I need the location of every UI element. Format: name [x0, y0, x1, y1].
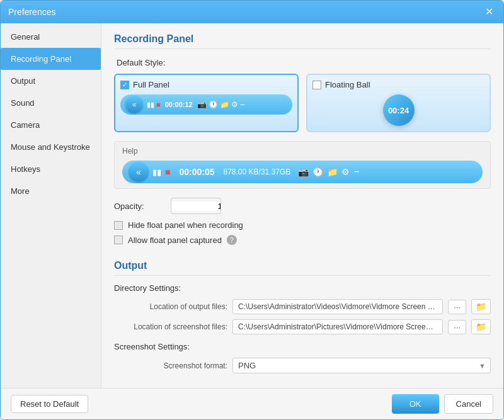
- help-time: 00:00:05: [179, 167, 214, 177]
- folder-icon-mini[interactable]: 📁: [220, 100, 229, 109]
- style-options: Full Panel « ▮▮ ■ 00:00:12 📷 🕐: [114, 74, 491, 132]
- dialog-body: General Recording Panel Output Sound Cam…: [1, 23, 503, 388]
- help-label: Help: [122, 147, 483, 156]
- hide-float-checkbox[interactable]: [114, 221, 123, 230]
- screenshot-files-path: C:\Users\Administrator\Pictures\Vidmore\…: [232, 319, 443, 334]
- sidebar-item-output[interactable]: Output: [1, 70, 101, 92]
- allow-float-help-icon[interactable]: ?: [227, 235, 237, 245]
- sidebar-item-general[interactable]: General: [1, 26, 101, 48]
- floating-ball-preview: 00:24: [312, 94, 484, 126]
- opacity-spinner[interactable]: ▲ ▼: [171, 198, 221, 214]
- clock-icon-help[interactable]: 🕐: [312, 167, 323, 177]
- mini-time: 00:00:12: [165, 101, 193, 108]
- allow-float-row: Allow float panel captured ?: [114, 235, 491, 245]
- hide-float-label: Hide float panel when recording: [128, 220, 243, 230]
- footer: Reset to Default OK Cancel: [1, 388, 503, 419]
- sidebar-item-camera[interactable]: Camera: [1, 114, 101, 136]
- sidebar-item-recording-panel[interactable]: Recording Panel: [1, 48, 101, 70]
- full-panel-label: Full Panel: [133, 80, 169, 89]
- sidebar-item-more[interactable]: More: [1, 180, 101, 202]
- output-files-label: Location of output files:: [114, 302, 227, 311]
- output-files-path: C:\Users\Administrator\Videos\Vidmore\Vi…: [232, 299, 443, 314]
- close-button[interactable]: ✕: [483, 4, 496, 20]
- main-scroll: Recording Panel Default Style: Full Pane…: [101, 23, 503, 388]
- clock-icon-mini[interactable]: 🕐: [209, 100, 218, 109]
- help-size: 878.00 KB/31.37GB: [224, 167, 291, 176]
- screenshot-format-label: Screenshot format:: [114, 361, 227, 370]
- full-panel-header: Full Panel: [120, 80, 292, 89]
- allow-float-label: Allow float panel captured: [128, 236, 222, 245]
- sidebar: General Recording Panel Output Sound Cam…: [1, 23, 101, 388]
- sidebar-item-sound[interactable]: Sound: [1, 92, 101, 114]
- section-title-recording: Recording Panel: [114, 33, 491, 49]
- opacity-label: Opacity:: [114, 201, 164, 211]
- screenshot-files-label: Location of screenshot files:: [114, 322, 227, 331]
- settings-icon-help[interactable]: ⚙: [341, 167, 350, 177]
- rewind-button-help[interactable]: «: [129, 162, 149, 182]
- pause-button-help[interactable]: ▮▮: [152, 167, 161, 177]
- full-panel-checkbox[interactable]: [120, 81, 129, 89]
- mini-controls: ▮▮ ■ 00:00:12 📷 🕐 📁 ⚙ −: [147, 99, 245, 110]
- opacity-input[interactable]: [171, 201, 221, 211]
- screenshot-format-wrapper: PNG JPG BMP GIF: [232, 358, 491, 373]
- floating-ball-checkbox[interactable]: [312, 81, 321, 89]
- ok-button[interactable]: OK: [392, 394, 439, 414]
- camera-icon-mini[interactable]: 📷: [197, 100, 207, 109]
- full-panel-card[interactable]: Full Panel « ▮▮ ■ 00:00:12 📷 🕐: [114, 74, 299, 132]
- main-content-wrapper: Recording Panel Default Style: Full Pane…: [101, 23, 503, 388]
- stop-button-mini[interactable]: ■: [156, 101, 161, 108]
- camera-icon-help[interactable]: 📷: [298, 167, 309, 177]
- stop-button-help[interactable]: ■: [165, 167, 170, 177]
- output-section-title: Output: [114, 260, 491, 276]
- minimize-button-help[interactable]: −: [353, 166, 359, 178]
- help-controls: « ▮▮ ■ 00:00:05 878.00 KB/31.37GB 📷 🕐 📁 …: [122, 161, 483, 183]
- recording-panel-section: Recording Panel Default Style: Full Pane…: [101, 23, 503, 260]
- sidebar-item-hotkeys[interactable]: Hotkeys: [1, 158, 101, 180]
- default-style-label: Default Style:: [117, 58, 491, 67]
- hide-float-row: Hide float panel when recording: [114, 220, 491, 230]
- reset-button[interactable]: Reset to Default: [11, 395, 88, 413]
- title-bar: Preferences ✕: [1, 1, 503, 23]
- screenshot-files-dots-button[interactable]: ···: [448, 320, 466, 334]
- output-files-folder-button[interactable]: 📁: [471, 299, 491, 314]
- output-section: Output Directory Settings: Location of o…: [101, 260, 503, 388]
- dialog-title: Preferences: [8, 7, 55, 17]
- screenshot-format-select[interactable]: PNG JPG BMP GIF: [232, 358, 491, 373]
- preferences-dialog: Preferences ✕ General Recording Panel Ou…: [0, 0, 504, 420]
- cancel-button[interactable]: Cancel: [444, 394, 493, 414]
- minimize-button-mini[interactable]: −: [240, 99, 245, 110]
- screenshot-format-row: Screenshot format: PNG JPG BMP GIF: [114, 358, 491, 373]
- floating-ball-card[interactable]: Floating Ball 00:24: [306, 74, 491, 132]
- floating-ball-button[interactable]: 00:24: [383, 94, 415, 126]
- output-files-dots-button[interactable]: ···: [448, 300, 466, 314]
- pause-button-mini[interactable]: ▮▮: [147, 101, 154, 109]
- screenshot-files-folder-button[interactable]: 📁: [471, 319, 491, 334]
- screenshot-files-row: Location of screenshot files: C:\Users\A…: [114, 319, 491, 334]
- rewind-button-small[interactable]: «: [125, 96, 143, 113]
- directory-settings-label: Directory Settings:: [114, 283, 491, 293]
- screenshot-settings-label: Screenshot Settings:: [114, 342, 491, 351]
- output-files-row: Location of output files: C:\Users\Admin…: [114, 299, 491, 314]
- allow-float-checkbox[interactable]: [114, 236, 123, 244]
- full-panel-preview: « ▮▮ ■ 00:00:12 📷 🕐 📁 ⚙ −: [120, 94, 292, 115]
- folder-icon-help[interactable]: 📁: [327, 167, 338, 177]
- settings-icon-mini[interactable]: ⚙: [231, 100, 238, 109]
- opacity-row: Opacity: ▲ ▼: [114, 198, 491, 214]
- footer-right-buttons: OK Cancel: [392, 394, 493, 414]
- floating-ball-label: Floating Ball: [325, 80, 370, 89]
- sidebar-item-mouse-keystroke[interactable]: Mouse and Keystroke: [1, 136, 101, 158]
- floating-ball-header: Floating Ball: [312, 80, 484, 89]
- help-bar: Help « ▮▮ ■ 00:00:05 878.00 KB/31.37GB 📷…: [114, 141, 491, 189]
